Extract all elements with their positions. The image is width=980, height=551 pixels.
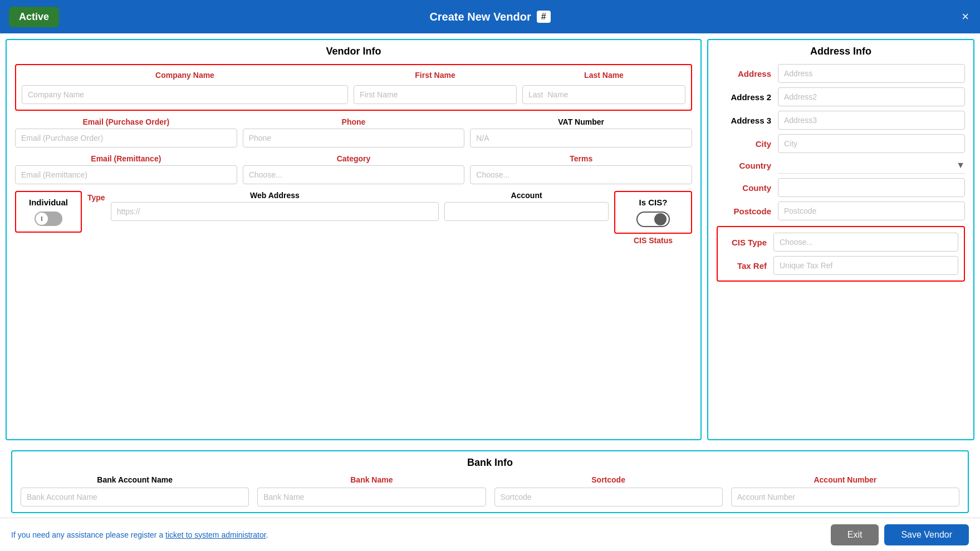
toggle-knob: I — [36, 213, 48, 225]
postcode-label: Postcode — [717, 206, 778, 216]
bank-name-input[interactable] — [257, 488, 486, 506]
bank-area: Bank Info Bank Account Name Bank Name So… — [0, 446, 980, 518]
hash-badge: # — [537, 11, 551, 23]
address2-input[interactable] — [778, 87, 965, 106]
vat-label: VAT Number — [470, 117, 692, 126]
email-rem-input[interactable] — [15, 165, 237, 184]
company-name-label: Company Name — [22, 71, 348, 80]
terms-input[interactable] — [470, 165, 692, 184]
account-number-input[interactable] — [731, 488, 959, 506]
close-button[interactable]: × — [962, 9, 969, 24]
bank-name-label: Bank Name — [257, 475, 486, 484]
bank-account-name-input[interactable] — [21, 488, 249, 506]
tax-ref-input[interactable] — [773, 256, 958, 275]
window-title: Create New Vendor — [429, 11, 531, 23]
title-center: Create New Vendor # — [429, 11, 550, 23]
web-input[interactable] — [111, 202, 439, 221]
help-link[interactable]: ticket to system administrator — [165, 530, 266, 539]
city-label: City — [717, 139, 778, 149]
first-name-input[interactable] — [354, 85, 517, 104]
address-label: Address — [717, 69, 778, 78]
save-vendor-button[interactable]: Save Vendor — [884, 524, 969, 545]
address-info-title: Address Info — [717, 46, 965, 57]
help-text-2: . — [266, 530, 268, 539]
postcode-input[interactable] — [778, 201, 965, 220]
county-label: County — [717, 183, 778, 193]
active-button[interactable]: Active — [9, 7, 59, 27]
email-po-input[interactable] — [15, 129, 237, 147]
phone-label: Phone — [243, 117, 465, 126]
cis-status-label: CIS Status — [614, 236, 692, 245]
address-panel: Address Info Address Address 2 Address 3… — [707, 39, 974, 440]
sortcode-input[interactable] — [494, 488, 723, 506]
titlebar: Active Create New Vendor # × — [0, 0, 980, 33]
company-name-input[interactable] — [22, 85, 348, 104]
exit-button[interactable]: Exit — [831, 524, 879, 545]
individual-box: Individual I — [15, 191, 82, 233]
account-input[interactable] — [444, 202, 609, 221]
county-input[interactable] — [778, 178, 965, 197]
country-select[interactable] — [778, 158, 956, 173]
cis-type-box: CIS Type Tax Ref — [717, 226, 965, 282]
cis-knob — [654, 213, 667, 225]
last-name-input[interactable] — [522, 85, 685, 104]
bank-panel: Bank Info Bank Account Name Bank Name So… — [11, 450, 969, 513]
web-label: Web Address — [111, 191, 439, 200]
email-rem-label: Email (Remittance) — [15, 154, 237, 163]
city-input[interactable] — [778, 134, 965, 153]
footer-help: If you need any assistance please regist… — [11, 530, 268, 539]
chevron-down-icon: ▼ — [956, 160, 965, 170]
category-input[interactable] — [243, 165, 465, 184]
address3-label: Address 3 — [717, 116, 778, 125]
terms-label: Terms — [470, 154, 692, 163]
email-po-label: Email (Purchase Order) — [15, 117, 237, 126]
category-label: Category — [243, 154, 465, 163]
individual-label: Individual — [24, 198, 73, 207]
address2-label: Address 2 — [717, 92, 778, 102]
address3-input[interactable] — [778, 111, 965, 130]
type-label: Type — [87, 193, 105, 202]
bank-info-title: Bank Info — [21, 457, 959, 469]
cis-type-label: CIS Type — [723, 238, 773, 247]
cis-box: Is CIS? Y — [614, 191, 692, 234]
address-input[interactable] — [778, 64, 965, 83]
account-number-label: Account Number — [731, 475, 959, 484]
tax-ref-label: Tax Ref — [723, 261, 773, 270]
bank-account-name-label: Bank Account Name — [21, 475, 249, 484]
footer-buttons: Exit Save Vendor — [831, 524, 969, 545]
last-name-label: Last Name — [522, 71, 685, 80]
vendor-info-title: Vendor Info — [15, 46, 692, 57]
is-cis-label: Is CIS? — [621, 198, 685, 207]
vendor-panel: Vendor Info Company Name First Name Last… — [6, 39, 702, 440]
footer: If you need any assistance please regist… — [0, 518, 980, 551]
name-row-box: Company Name First Name Last Name — [15, 64, 692, 111]
individual-toggle[interactable]: I — [35, 211, 62, 226]
vat-input[interactable] — [470, 129, 692, 147]
account-label: Account — [444, 191, 609, 200]
first-name-label: First Name — [354, 71, 517, 80]
sortcode-label: Sortcode — [494, 475, 723, 484]
cis-type-input[interactable] — [773, 233, 958, 252]
country-label: Country — [717, 161, 778, 170]
help-text-1: If you need any assistance please regist… — [11, 530, 165, 539]
cis-toggle[interactable]: Y — [636, 211, 670, 227]
phone-input[interactable] — [243, 129, 465, 147]
